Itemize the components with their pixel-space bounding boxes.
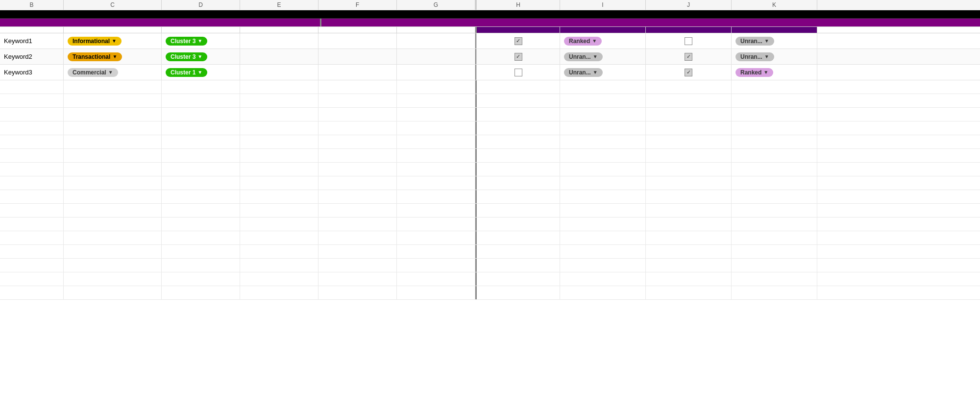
dropdown-arrow-icon: ▼ [197,70,202,75]
empty-cell [162,108,240,121]
empty-cell [646,190,732,203]
empty-row [0,121,980,135]
empty-cell [732,245,817,258]
my-brand-targeting-checkbox[interactable] [685,53,692,61]
empty-cell [64,204,162,217]
empty-cell [732,121,817,135]
empty-cell [560,176,646,190]
empty-cell [560,190,646,203]
keyword-type-cell[interactable]: Commercial ▼ [64,65,162,80]
my-rank-cell[interactable]: Unran... ▼ [732,49,817,64]
cluster-cell[interactable]: Cluster 1 ▼ [162,65,240,80]
empty-cell [646,135,732,148]
competitor-targeting-checkbox[interactable] [514,53,522,61]
competitor-rank-badge[interactable]: Ranked ▼ [564,37,602,46]
table-row: Keyword2 Transactional ▼ Cluster 3 ▼ Unr… [0,49,980,65]
empty-cell [477,135,560,148]
competitor-rank-cell[interactable]: Unran... ▼ [560,49,646,64]
empty-cell [64,80,162,94]
empty-cell [646,149,732,162]
empty-cell [0,94,64,107]
empty-cell [646,218,732,231]
empty-cell [732,94,817,107]
keyword-type-cell[interactable]: Transactional ▼ [64,49,162,64]
dropdown-arrow-icon: ▼ [763,70,768,75]
empty-cell [732,135,817,148]
col-header-keyword-type [64,27,162,33]
col-header-keyword-cluster [162,27,240,33]
empty-cell [240,286,318,299]
empty-cell [646,231,732,244]
dropdown-arrow-icon: ▼ [112,54,117,59]
cluster-cell[interactable]: Cluster 3 ▼ [162,33,240,48]
empty-cell [477,190,560,203]
cluster-badge[interactable]: Cluster 3 ▼ [166,52,207,61]
my-rank-badge[interactable]: Ranked ▼ [735,68,773,77]
empty-cell [646,286,732,299]
empty-cell [560,204,646,217]
competitor-targeting-cell[interactable] [477,49,560,64]
my-rank-cell[interactable]: Ranked ▼ [732,65,817,80]
empty-cell [162,121,240,135]
col-header-j: J [646,0,732,10]
empty-row [0,80,980,94]
my-brand-targeting-cell[interactable] [646,49,732,64]
competitor-rank-cell[interactable]: Ranked ▼ [560,33,646,48]
cluster-badge[interactable]: Cluster 1 ▼ [166,68,207,77]
dropdown-arrow-icon: ▼ [108,70,113,75]
empty-cell [477,108,560,121]
keyword-type-badge[interactable]: Commercial ▼ [68,68,118,77]
empty-cell [240,245,318,258]
empty-cell [646,245,732,258]
msv-google-cell [397,33,475,48]
cluster-badge[interactable]: Cluster 3 ▼ [166,37,207,46]
empty-cell [318,80,397,94]
my-brand-targeting-cell[interactable] [646,33,732,48]
col-header-f: F [318,0,397,10]
dropdown-arrow-icon: ▼ [592,38,597,44]
my-rank-badge[interactable]: Unran... ▼ [735,52,774,61]
competitor-cell [240,33,318,48]
my-rank-badge[interactable]: Unran... ▼ [735,37,774,46]
keyword-type-badge[interactable]: Transactional ▼ [68,52,122,61]
cluster-cell[interactable]: Cluster 3 ▼ [162,49,240,64]
competitor-targeting-cell[interactable] [477,65,560,80]
my-brand-targeting-checkbox[interactable] [685,69,692,76]
empty-cell [732,259,817,272]
competitor-rank-cell[interactable]: Unran... ▼ [560,65,646,80]
competitor-targeting-checkbox[interactable] [514,37,522,45]
empty-cell [0,190,64,203]
keyword-cell: Keyword2 [0,49,64,64]
competitor-rank-badge[interactable]: Unran... ▼ [564,68,603,77]
my-brand-targeting-cell[interactable] [646,65,732,80]
msv-google-cell [397,49,475,64]
empty-cell [732,231,817,244]
dropdown-arrow-icon: ▼ [593,70,598,75]
empty-cell [240,108,318,121]
empty-cell [0,286,64,299]
dropdown-arrow-icon: ▼ [593,54,598,59]
empty-cell [397,286,475,299]
competitor-targeting-cell[interactable] [477,33,560,48]
dropdown-arrow-icon: ▼ [197,54,202,59]
dropdown-arrow-icon: ▼ [764,54,769,59]
keyword-type-badge[interactable]: Informational ▼ [68,37,122,46]
empty-cell [560,259,646,272]
keyword-type-cell[interactable]: Informational ▼ [64,33,162,48]
empty-cell [397,259,475,272]
empty-cell [318,190,397,203]
my-rank-cell[interactable]: Unran... ▼ [732,33,817,48]
empty-cell [477,163,560,176]
empty-cell [162,286,240,299]
col-header-d: D [162,0,240,10]
empty-cell [318,149,397,162]
empty-cell [646,80,732,94]
competitor-targeting-checkbox[interactable] [514,69,522,76]
empty-cell [162,245,240,258]
empty-row [0,218,980,231]
competitor-rank-badge[interactable]: Unran... ▼ [564,52,603,61]
empty-cell [477,245,560,258]
empty-cell [646,108,732,121]
my-brand-targeting-checkbox[interactable] [685,37,692,45]
empty-cell [64,163,162,176]
